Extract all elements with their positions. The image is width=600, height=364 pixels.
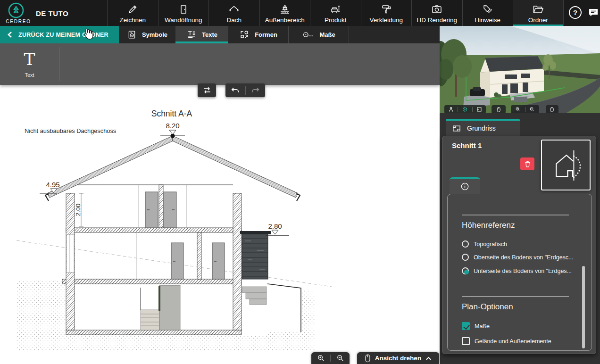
- section-title: Schnitt 1: [452, 141, 482, 149]
- cedreo-logo-icon[interactable]: [7, 1, 25, 19]
- grundriss-tab-label: Grundriss: [467, 124, 496, 132]
- right-panel: Grundriss Schnitt 1: [440, 26, 600, 364]
- garden-icon: [279, 3, 291, 15]
- back-to-folder-button[interactable]: ZURÜCK ZU MEINEM ORDNER: [0, 26, 119, 43]
- radio-unterseite[interactable]: Unterseite des Bodens von "Erdges...: [462, 267, 572, 274]
- top-nav-wandoeffnung[interactable]: Wandöffnung: [158, 0, 209, 26]
- roof-icon: [228, 3, 240, 15]
- undo-button[interactable]: [225, 83, 245, 97]
- 3d-view-icon[interactable]: [462, 107, 468, 112]
- delete-section-button[interactable]: [520, 157, 534, 170]
- tab-masse[interactable]: Maße: [289, 26, 349, 43]
- top-nav-ordner[interactable]: Ordner: [513, 0, 564, 26]
- section-drawing: Schnitt A-A Nicht ausbaubares Dachgescho…: [0, 85, 440, 364]
- undo-icon: [231, 87, 240, 94]
- 3d-preview[interactable]: [440, 26, 600, 113]
- paint-roller-icon: [381, 3, 392, 15]
- divider: [472, 107, 473, 112]
- tags-icon: [482, 3, 493, 15]
- furniture-icon: [330, 3, 341, 15]
- divider: [525, 107, 525, 112]
- text-lines-icon: [186, 29, 197, 40]
- checkbox-icon: [462, 337, 470, 345]
- project-name: DE TUTO: [36, 9, 68, 17]
- tab-symbole[interactable]: Symbole: [119, 26, 175, 43]
- top-nav-zeichnen[interactable]: Zeichnen: [107, 0, 158, 26]
- undo-redo-group: [225, 83, 265, 97]
- swap-icon: [202, 86, 212, 94]
- chevron-left-icon: [7, 31, 13, 38]
- library-tabs: Symbole Texte Formen Maße: [119, 26, 349, 43]
- top-nav-dach[interactable]: Dach: [208, 0, 259, 26]
- section-settings-panel: Höhenreferenz Topografisch Oberseite des…: [447, 194, 592, 351]
- zoom-out-button[interactable]: [331, 352, 350, 364]
- tape-measure-icon: [302, 29, 314, 40]
- walkthrough-view-icon[interactable]: [448, 107, 454, 112]
- symbols-icon: [127, 29, 137, 40]
- library-tab-bar: ZURÜCK ZU MEINEM ORDNER Symbole Texte Fo…: [0, 26, 440, 43]
- camera-icon: [431, 3, 443, 15]
- checkbox-gelaende[interactable]: Gelände und Außenelemente: [462, 337, 551, 345]
- top-nav-verkleidung[interactable]: Verkleidung: [361, 0, 412, 26]
- zoom-in-button[interactable]: [311, 352, 330, 364]
- drawing-title: Schnitt A-A: [151, 109, 192, 118]
- house-section-icon: [545, 143, 587, 187]
- info-icon: [460, 182, 469, 191]
- plan-optionen-heading: Plan-Optionen: [462, 302, 513, 312]
- zoom-controls: [311, 352, 350, 364]
- top-nav-hinweise[interactable]: Hinweise: [462, 0, 513, 26]
- floor-plan-view-icon[interactable]: [476, 107, 482, 112]
- redo-icon: [251, 87, 260, 94]
- plan-canvas[interactable]: Schnitt A-A Nicht ausbaubares Dachgescho…: [0, 85, 440, 364]
- top-nav-produkt[interactable]: Produkt: [310, 0, 361, 26]
- redo-button[interactable]: [245, 83, 265, 97]
- door-icon: [178, 3, 189, 15]
- mouse-scroll-icon[interactable]: [496, 107, 501, 113]
- top-navigation: Zeichnen Wandöffnung Dach Außenbereich P…: [107, 0, 564, 26]
- dim-room: 2.00: [75, 204, 82, 216]
- rotate-view-button[interactable]: Ansicht drehen: [357, 352, 439, 364]
- checkbox-masse[interactable]: Maße: [462, 322, 490, 330]
- shapes-icon: [239, 29, 250, 40]
- dim-peak: 8.20: [166, 122, 179, 130]
- radio-oberseite[interactable]: Oberseite des Bodens von "Erdgesc...: [462, 254, 574, 261]
- section-card: Schnitt 1 Höhenreferenz: [442, 136, 596, 354]
- panel-scrollbar[interactable]: [582, 266, 585, 348]
- swap-view-button[interactable]: [198, 83, 216, 97]
- zoom-out-icon: [336, 354, 344, 362]
- tab-texte[interactable]: Texte: [175, 26, 228, 43]
- radio-icon: [462, 240, 469, 248]
- top-nav-aussenbereich[interactable]: Außenbereich: [259, 0, 310, 26]
- text-tool-button[interactable]: T Text: [0, 43, 59, 85]
- preview-zoom-group: [511, 105, 539, 113]
- radio-topografisch[interactable]: Topografisch: [462, 240, 507, 248]
- section-thumbnail[interactable]: [541, 140, 591, 190]
- zoom-in-icon: [317, 354, 325, 362]
- radio-icon: [462, 254, 469, 261]
- strip-divider: [59, 47, 59, 81]
- hoehenreferenz-heading: Höhenreferenz: [462, 221, 515, 230]
- tab-formen[interactable]: Formen: [228, 26, 289, 43]
- text-tool-glyph: T: [24, 51, 35, 68]
- divider: [462, 296, 569, 297]
- preview-zoom-in-icon[interactable]: [515, 107, 521, 112]
- tab-info[interactable]: [450, 177, 480, 194]
- dim-right: 2.80: [268, 222, 282, 230]
- dim-eave: 4.95: [46, 181, 59, 189]
- preview-zoom-out-icon[interactable]: [529, 107, 535, 112]
- checkbox-checked-icon: [462, 322, 470, 330]
- help-button[interactable]: ?: [569, 6, 582, 19]
- floor-plan-icon: [452, 124, 461, 132]
- chevron-up-icon: [425, 356, 432, 361]
- rotate-view-label: Ansicht drehen: [375, 355, 421, 362]
- 3d-scene: [440, 26, 600, 113]
- pan-mouse-icon[interactable]: [550, 107, 555, 113]
- app-window: CEDREO DE TUTO Zeichnen Wandöffnung Dach…: [0, 0, 600, 364]
- tab-grundriss[interactable]: Grundriss: [446, 119, 520, 136]
- logo-text: CEDREO: [5, 19, 32, 24]
- pan-group: [546, 105, 558, 113]
- top-nav-hd-rendering[interactable]: HD Rendering: [411, 0, 462, 26]
- feedback-chat-icon[interactable]: [588, 8, 599, 20]
- divider: [462, 215, 569, 215]
- trash-icon: [524, 160, 531, 168]
